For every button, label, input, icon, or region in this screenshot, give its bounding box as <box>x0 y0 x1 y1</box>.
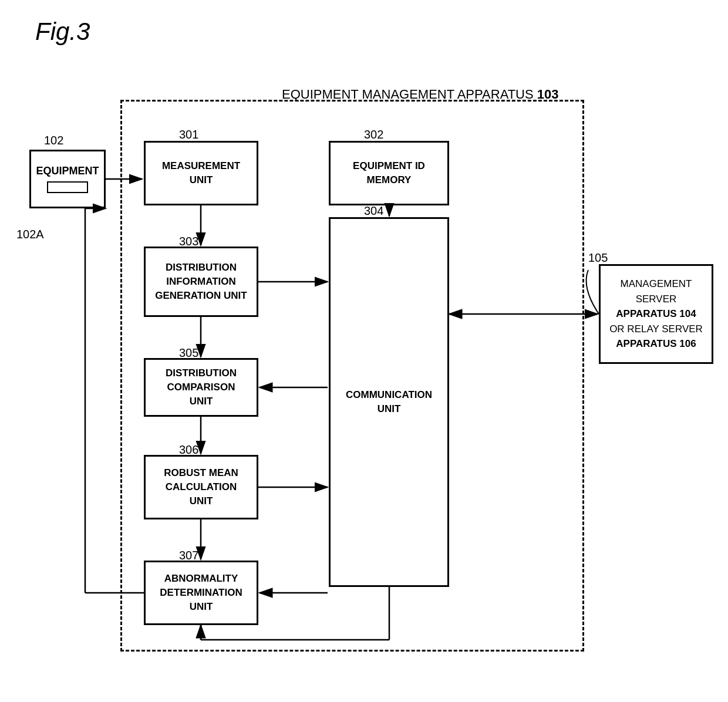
ref-105: 105 <box>588 251 608 265</box>
dist-comparison-box: DISTRIBUTIONCOMPARISONUNIT <box>144 358 258 417</box>
figure-title: Fig.3 <box>35 18 90 46</box>
equipment-box: EQUIPMENT <box>29 150 106 208</box>
abnormality-det-box: ABNORMALITYDETERMINATIONUNIT <box>144 561 258 625</box>
robust-mean-label: ROBUST MEANCALCULATIONUNIT <box>164 466 238 508</box>
communication-unit-label: COMMUNICATIONUNIT <box>346 388 432 416</box>
mgmt-server-box: MANAGEMENT SERVER APPARATUS 104 OR RELAY… <box>599 264 713 364</box>
diagram-container: Fig.3 EQUIPMENT MANAGEMENT APPARATUS 103… <box>0 0 728 702</box>
ref-301: 301 <box>179 128 198 141</box>
ref-102A: 102A <box>16 228 44 241</box>
robust-mean-box: ROBUST MEANCALCULATIONUNIT <box>144 455 258 519</box>
dist-comparison-label: DISTRIBUTIONCOMPARISONUNIT <box>166 366 237 408</box>
equipment-label: EQUIPMENT <box>36 165 99 178</box>
dist-info-gen-label: DISTRIBUTIONINFORMATIONGENERATION UNIT <box>155 261 247 302</box>
communication-unit-box: COMMUNICATIONUNIT <box>329 217 449 587</box>
dist-info-gen-box: DISTRIBUTIONINFORMATIONGENERATION UNIT <box>144 247 258 317</box>
mgmt-server-label: MANAGEMENT SERVER APPARATUS 104 OR RELAY… <box>601 276 712 352</box>
ref-303: 303 <box>179 235 198 248</box>
ref-102: 102 <box>44 134 63 147</box>
measurement-unit-label: MEASUREMENTUNIT <box>162 159 240 187</box>
abnormality-det-label: ABNORMALITYDETERMINATIONUNIT <box>160 572 242 613</box>
equipment-id-memory-box: EQUIPMENT IDMEMORY <box>329 141 449 205</box>
ref-302: 302 <box>364 128 383 141</box>
ref-307: 307 <box>179 549 198 562</box>
ref-304: 304 <box>364 204 383 218</box>
equipment-id-memory-label: EQUIPMENT IDMEMORY <box>353 159 425 187</box>
ref-306: 306 <box>179 443 198 457</box>
ref-305: 305 <box>179 346 198 360</box>
measurement-unit-box: MEASUREMENTUNIT <box>144 141 258 205</box>
equipment-inner-rect <box>47 181 88 193</box>
